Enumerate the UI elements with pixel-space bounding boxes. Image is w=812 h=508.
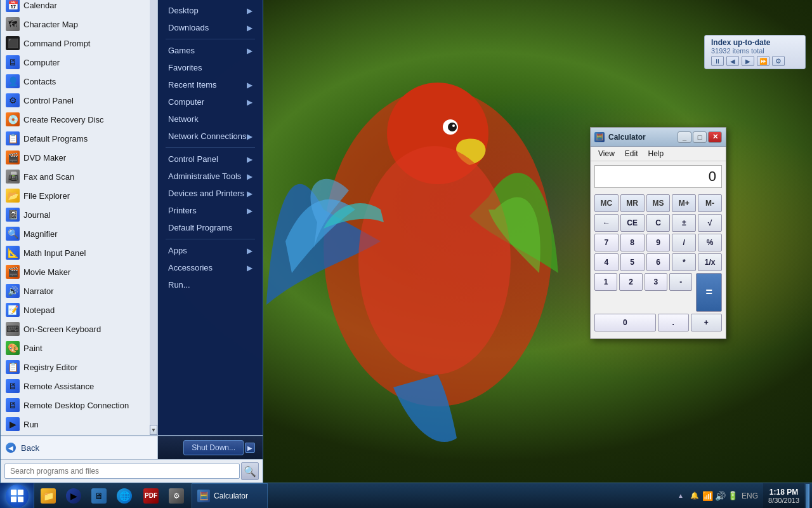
right-item-games[interactable]: Games ▶ xyxy=(158,42,263,59)
calc-btn-2[interactable]: 2 xyxy=(619,273,642,291)
calc-btn-minus[interactable]: - xyxy=(669,273,692,291)
menu-item-file-explorer[interactable]: 📂 File Explorer xyxy=(1,186,150,205)
right-item-control-panel[interactable]: Control Panel ▶ xyxy=(158,150,263,168)
calc-btn-pct[interactable]: % xyxy=(698,234,722,251)
menu-item-dvd-maker[interactable]: 🎬 DVD Maker xyxy=(1,148,150,167)
right-item-network-connections[interactable]: Network Connections ▶ xyxy=(158,128,263,145)
calc-btn-4[interactable]: 4 xyxy=(594,253,619,271)
right-item-downloads[interactable]: Downloads ▶ xyxy=(158,19,263,36)
calc-btn-div[interactable]: / xyxy=(672,234,696,251)
calc-btn-mplus[interactable]: M+ xyxy=(672,194,696,212)
taskbar-active-calculator[interactable]: 🧮 Calculator xyxy=(192,483,268,509)
index-fastforward-btn[interactable]: ⏩ xyxy=(757,56,769,66)
menu-item-remote-desktop[interactable]: 🖥 Remote Desktop Connection xyxy=(1,396,150,415)
calc-btn-6[interactable]: 6 xyxy=(646,253,671,271)
calc-btn-ms[interactable]: MS xyxy=(646,194,671,212)
right-item-favorites[interactable]: Favorites xyxy=(158,59,263,76)
calculator-maximize-btn[interactable]: □ xyxy=(693,131,707,143)
start-button[interactable] xyxy=(0,483,34,509)
calc-btn-eq[interactable]: = xyxy=(696,273,722,312)
right-item-default-programs[interactable]: Default Programs xyxy=(158,219,263,236)
show-desktop-button[interactable] xyxy=(806,484,809,508)
start-back-button[interactable]: ◀ Back xyxy=(1,436,158,459)
calc-menu-view[interactable]: View xyxy=(593,148,620,159)
systray-icon-volume[interactable]: 🔊 xyxy=(715,491,725,501)
right-item-devices-printers[interactable]: Devices and Printers ▶ xyxy=(158,185,263,202)
index-pause-btn[interactable]: ⏸ xyxy=(711,56,724,66)
index-back-btn[interactable]: ◀ xyxy=(726,56,739,66)
notification-area-toggle[interactable]: ▲ xyxy=(676,484,686,508)
menu-item-on-screen-keyboard[interactable]: ⌨ On-Screen Keyboard xyxy=(1,319,150,338)
shutdown-arrow-btn[interactable]: ▶ xyxy=(245,443,255,453)
calc-btn-7[interactable]: 7 xyxy=(594,234,619,251)
calc-btn-ce[interactable]: CE xyxy=(620,214,645,232)
start-search-button[interactable]: 🔍 xyxy=(241,462,259,480)
right-item-admin-tools[interactable]: Administrative Tools ▶ xyxy=(158,168,263,185)
calc-btn-plusminus[interactable]: ± xyxy=(672,214,696,232)
index-gear-btn[interactable]: ⚙ xyxy=(772,56,785,66)
menu-item-run[interactable]: ▶ Run xyxy=(1,415,150,434)
right-item-printers[interactable]: Printers ▶ xyxy=(158,202,263,219)
right-item-network[interactable]: Network xyxy=(158,110,263,128)
calc-btn-dot[interactable]: . xyxy=(658,314,689,331)
calculator-minimize-btn[interactable]: _ xyxy=(678,131,691,143)
right-item-desktop[interactable]: Desktop ▶ xyxy=(158,2,263,19)
right-item-recent-items[interactable]: Recent Items ▶ xyxy=(158,76,263,93)
menu-item-contacts[interactable]: 👤 Contacts xyxy=(1,72,150,91)
calc-btn-9[interactable]: 9 xyxy=(646,234,671,251)
menu-item-registry-editor[interactable]: 📋 Registry Editor xyxy=(1,358,150,377)
taskbar-icon-media-player[interactable]: ▶ xyxy=(61,483,86,509)
calc-btn-mr[interactable]: MR xyxy=(620,194,645,212)
calc-btn-8[interactable]: 8 xyxy=(620,234,645,251)
calc-btn-mc[interactable]: MC xyxy=(594,194,619,212)
menu-item-journal[interactable]: 📓 Journal xyxy=(1,205,150,224)
systray-icon-network[interactable]: 📶 xyxy=(702,491,712,501)
calc-btn-mminus[interactable]: M- xyxy=(698,194,722,212)
calc-btn-c[interactable]: C xyxy=(646,214,671,232)
right-item-computer[interactable]: Computer ▶ xyxy=(158,93,263,110)
right-item-accessories[interactable]: Accessories ▶ xyxy=(158,259,263,276)
taskbar-icon-regedit[interactable]: ⚙ xyxy=(164,483,189,509)
calc-btn-1[interactable]: 1 xyxy=(594,273,617,291)
calc-btn-5[interactable]: 5 xyxy=(620,253,645,271)
calc-btn-back[interactable]: ← xyxy=(594,214,619,232)
menu-item-math-input[interactable]: 📐 Math Input Panel xyxy=(1,243,150,262)
systray-icon-power[interactable]: 🔋 xyxy=(728,491,738,501)
menu-item-create-recovery[interactable]: 💿 Create Recovery Disc xyxy=(1,110,150,129)
menu-item-fax-scan[interactable]: 📠 Fax and Scan xyxy=(1,167,150,186)
menu-item-default-programs[interactable]: 📋 Default Programs xyxy=(1,129,150,148)
taskbar-icon-explorer[interactable]: 📁 xyxy=(36,483,61,509)
calc-menu-help[interactable]: Help xyxy=(643,148,669,159)
calc-btn-mul[interactable]: * xyxy=(672,253,696,271)
shutdown-button[interactable]: Shut Down... xyxy=(183,440,244,455)
menu-item-remote-assistance[interactable]: 🖥 Remote Assistance xyxy=(1,377,150,396)
language-indicator[interactable]: ENG xyxy=(739,491,761,500)
menu-item-character-map[interactable]: 🗺 Character Map xyxy=(1,15,150,34)
taskbar-icon-pdf[interactable]: PDF xyxy=(138,483,164,509)
taskbar-icon-ie[interactable]: 🌐 xyxy=(112,483,137,509)
calc-btn-0[interactable]: 0 xyxy=(594,314,656,331)
menu-item-magnifier[interactable]: 🔍 Magnifier xyxy=(1,224,150,243)
right-item-run[interactable]: Run... xyxy=(158,276,263,293)
systray-icon-notification[interactable]: 🔔 xyxy=(690,491,700,501)
start-search-input[interactable] xyxy=(4,464,240,479)
menu-item-paint[interactable]: 🎨 Paint xyxy=(1,338,150,358)
menu-item-notepad[interactable]: 📝 Notepad xyxy=(1,300,150,319)
calc-btn-sqrt[interactable]: √ xyxy=(698,214,722,232)
menu-item-control-panel[interactable]: ⚙ Control Panel xyxy=(1,91,150,110)
calc-btn-3[interactable]: 3 xyxy=(645,273,667,291)
calc-menu-edit[interactable]: Edit xyxy=(620,148,643,159)
system-clock[interactable]: 1:18 PM 8/30/2013 xyxy=(763,483,804,509)
taskbar-icon-network[interactable]: 🖥 xyxy=(86,483,112,509)
right-item-apps[interactable]: Apps ▶ xyxy=(158,242,263,259)
calc-btn-plus[interactable]: + xyxy=(691,314,722,331)
calc-btn-recip[interactable]: 1/x xyxy=(698,253,722,271)
menu-item-movie-maker[interactable]: 🎬 Movie Maker xyxy=(1,262,150,281)
calculator-close-btn[interactable]: ✕ xyxy=(708,131,722,143)
index-forward-btn[interactable]: ▶ xyxy=(742,56,754,66)
menu-item-computer[interactable]: 🖥 Computer xyxy=(1,53,150,72)
menu-item-narrator[interactable]: 🔊 Narrator xyxy=(1,281,150,300)
programs-scrollbar[interactable]: ▲ ▼ xyxy=(150,0,157,435)
menu-item-command-prompt[interactable]: ⬛ Command Prompt xyxy=(1,34,150,53)
menu-item-calendar[interactable]: 📅 Calendar xyxy=(1,0,150,15)
